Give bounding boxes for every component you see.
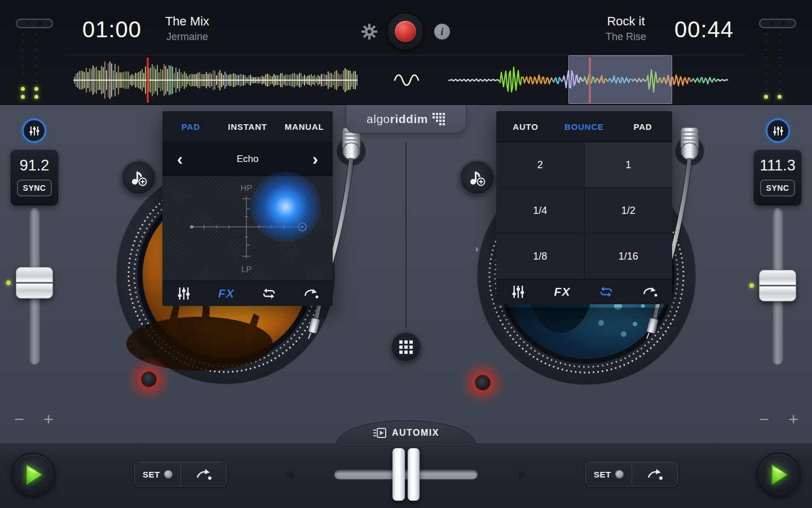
cue-light[interactable] [475,375,491,391]
loop-button[interactable] [584,286,628,298]
automix-button[interactable]: AUTOMIX [336,421,476,444]
play-icon [767,462,790,487]
bounce-cell[interactable]: 1/2 [585,188,673,233]
set-cue-button[interactable]: SET [586,462,632,486]
settings-button[interactable] [361,23,378,40]
bpm-value: 111.3 [760,157,796,174]
bounce-cell[interactable]: 1/8 [496,234,584,279]
tab-auto[interactable]: AUTO [496,122,555,132]
left-level-meter [21,32,38,99]
tab-pad[interactable]: PAD [162,122,219,132]
redo-button[interactable] [290,287,333,300]
bounce-cell[interactable]: 1 [585,142,673,187]
remaining-time: 00:44 [674,17,734,42]
left-waveform[interactable] [72,56,361,104]
play-button[interactable] [11,453,55,497]
transport-bar: SET SET [0,444,812,508]
loop-icon [261,287,277,300]
mixer-sliders-icon [511,285,525,299]
redo-button[interactable] [628,286,672,298]
track-artist: Jermaine [125,31,249,43]
redo-arrow-icon [303,287,319,300]
left-cue-controls: SET [134,462,227,487]
hp-label: HP [241,183,253,192]
curved-arrow-icon [195,467,212,481]
center-divider [405,142,407,329]
set-cue-button[interactable]: SET [135,462,180,486]
jump-cue-button[interactable] [180,462,227,486]
play-icon [22,462,45,487]
fx-touch-point[interactable] [250,172,321,242]
loop-icon [598,286,614,298]
waveform-toggle-icon[interactable] [394,72,420,88]
gear-icon [361,23,378,40]
tempo-minus-button[interactable]: − [8,410,30,429]
bounce-cell[interactable]: 2 [496,142,584,187]
info-button[interactable]: i [434,24,450,40]
slider-handle[interactable] [16,267,53,299]
curved-arrow-icon [646,467,663,481]
bounce-grid: 2 1 1/4 1/2 1/8 1/16 [496,142,672,279]
mini-fader-indicator [16,19,53,28]
cue-dot-icon [164,470,173,479]
tab-instant[interactable]: INSTANT [219,122,276,132]
tempo-minus-button[interactable]: − [753,410,775,429]
tempo-plus-button[interactable]: + [37,410,60,429]
chevron-left-icon[interactable]: ‹ [177,151,183,168]
grid-icon [399,340,413,354]
bounce-tab-bar: AUTO BOUNCE PAD [496,111,672,142]
fx-button[interactable]: FX [205,287,248,300]
fx-button[interactable]: FX [540,285,584,299]
left-tempo-slider[interactable] [10,208,59,365]
mixer-button[interactable] [496,285,540,299]
djay-app: algoriddim AUTOMIX [0,0,812,508]
automix-label: AUTOMIX [392,428,439,438]
right-bpm-panel: 111.3 SYNC [753,150,802,206]
eq-button[interactable] [766,119,790,143]
tempo-led [749,283,754,288]
tempo-plus-button[interactable]: + [782,410,805,429]
sync-button[interactable]: SYNC [760,179,795,196]
fx-xy-pad[interactable]: HP LP [162,176,333,281]
add-track-button[interactable] [460,160,495,195]
tab-manual[interactable]: MANUAL [276,122,333,132]
loop-selection-region[interactable] [568,55,672,104]
right-track-info[interactable]: Rock it The Rise [564,14,688,43]
fx-icon-bar: FX [162,281,333,306]
eq-button[interactable] [22,119,46,143]
redo-arrow-icon [642,286,658,298]
left-track-info[interactable]: The Mix Jermaine [125,14,249,43]
loop-button[interactable] [248,287,290,300]
jump-cue-button[interactable] [632,462,678,486]
right-tempo-slider[interactable] [753,208,802,365]
slider-handle[interactable] [759,270,796,301]
crossfade-left-arrow [285,470,293,479]
mixer-button[interactable] [162,287,205,300]
record-icon [395,21,416,42]
tab-pad[interactable]: PAD [614,122,672,132]
music-note-add-icon [467,168,487,187]
crossfader-handle[interactable] [392,448,420,501]
bpm-value: 91.2 [20,157,50,174]
sync-button[interactable]: SYNC [17,179,52,196]
cue-light[interactable] [141,371,157,387]
track-title: Rock it [564,14,688,29]
eq-sliders-icon [29,125,40,137]
right-bounce-panel: AUTO BOUNCE PAD 2 1 1/4 1/2 1/8 1/16 FX [496,111,672,308]
add-track-button[interactable] [121,160,156,195]
sampler-grid-button[interactable] [391,332,421,362]
mixer-sliders-icon [177,287,191,300]
play-button[interactable] [757,453,801,497]
right-level-meter [764,32,782,99]
chevron-right-icon[interactable]: › [312,151,318,168]
track-title: The Mix [125,14,249,29]
effect-name: Echo [237,154,259,165]
bounce-cell[interactable]: 1/4 [496,188,584,233]
algoriddim-logo: algoriddim [346,105,466,133]
music-note-add-icon [129,168,148,187]
mini-fader-indicator [759,19,796,28]
cue-dot-icon [615,470,624,479]
bounce-cell[interactable]: 1/16 [585,234,673,279]
tab-bounce[interactable]: BOUNCE [555,122,614,132]
record-button[interactable] [387,13,424,50]
